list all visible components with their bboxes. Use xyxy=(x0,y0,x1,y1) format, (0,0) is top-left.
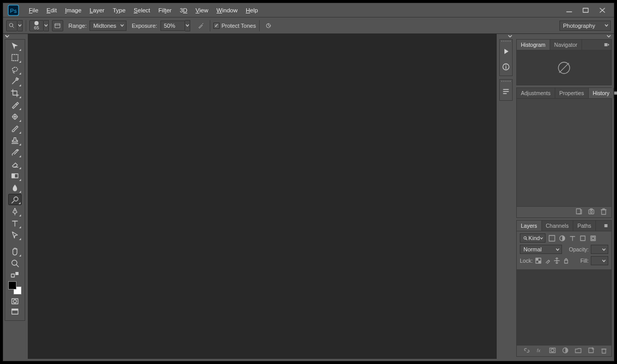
lasso-tool[interactable] xyxy=(8,64,22,75)
svg-point-37 xyxy=(505,65,506,66)
info-panel-icon[interactable] xyxy=(500,60,512,74)
layer-mask-icon[interactable] xyxy=(549,347,556,356)
layer-style-icon[interactable]: fx xyxy=(536,347,543,356)
tab-histogram[interactable]: Histogram xyxy=(517,40,550,50)
snapshot-icon[interactable] xyxy=(588,208,595,217)
menu-3d[interactable]: 3D xyxy=(176,3,192,17)
delete-layer-icon[interactable] xyxy=(601,347,607,356)
lock-all-icon[interactable] xyxy=(562,257,570,264)
svg-line-21 xyxy=(12,201,14,203)
opacity-label: Opacity: xyxy=(569,246,589,252)
paragraph-panel-icon[interactable] xyxy=(500,85,512,98)
history-panel-menu[interactable] xyxy=(614,88,617,98)
gradient-tool[interactable] xyxy=(8,170,22,181)
marquee-tool[interactable] xyxy=(8,52,22,63)
filter-pixel-icon[interactable] xyxy=(548,234,556,242)
pressure-toggle[interactable] xyxy=(263,20,274,31)
menu-layer[interactable]: Layer xyxy=(85,3,108,17)
brush-size-value: 65 xyxy=(34,25,39,30)
eyedropper-tool[interactable] xyxy=(8,99,22,111)
tool-preset-button[interactable] xyxy=(6,20,17,31)
lock-position-icon[interactable] xyxy=(553,257,560,264)
layers-panel-menu[interactable] xyxy=(602,221,611,231)
menu-file[interactable]: File xyxy=(25,3,43,17)
minimize-button[interactable] xyxy=(564,6,576,15)
link-layers-icon[interactable] xyxy=(523,347,530,356)
dock-group-2 xyxy=(499,79,513,101)
fg-color-swatch[interactable] xyxy=(8,281,16,289)
airbrush-toggle[interactable] xyxy=(195,20,207,31)
history-brush-tool[interactable] xyxy=(8,147,22,158)
tool-preset-dropdown[interactable] xyxy=(17,20,23,31)
range-value: Midtones xyxy=(93,23,116,29)
menu-select[interactable]: Select xyxy=(130,3,154,17)
menu-view[interactable]: View xyxy=(191,3,212,17)
range-select[interactable]: Midtones xyxy=(89,21,126,31)
blur-tool[interactable] xyxy=(8,182,22,193)
tab-navigator[interactable]: Navigator xyxy=(550,40,582,50)
layer-group-icon[interactable] xyxy=(575,347,582,356)
svg-point-51 xyxy=(590,211,592,213)
menu-help[interactable]: Help xyxy=(242,3,262,17)
tab-adjustments[interactable]: Adjustments xyxy=(517,88,555,98)
path-select-tool[interactable] xyxy=(8,229,22,241)
layers-list[interactable] xyxy=(517,269,611,345)
maximize-button[interactable] xyxy=(580,6,592,15)
panels-expand-handle[interactable] xyxy=(514,34,614,39)
menu-image[interactable]: Image xyxy=(61,3,85,17)
close-button[interactable] xyxy=(596,6,609,15)
delete-state-icon[interactable] xyxy=(600,208,607,217)
screenmode-toggle[interactable] xyxy=(9,307,21,316)
eraser-tool[interactable] xyxy=(8,158,22,170)
quick-select-tool[interactable] xyxy=(8,76,22,87)
exposure-input[interactable]: 50% xyxy=(160,21,185,31)
pen-tool[interactable] xyxy=(8,206,22,217)
menu-edit[interactable]: Edit xyxy=(43,3,61,17)
exposure-dropdown[interactable] xyxy=(185,20,190,31)
brush-preset-dropdown[interactable] xyxy=(44,20,49,31)
menu-type[interactable]: Type xyxy=(108,3,130,17)
zoom-tool[interactable] xyxy=(8,258,22,269)
layer-filter-kind[interactable]: Kind xyxy=(520,233,546,243)
menu-window[interactable]: Window xyxy=(212,3,242,17)
opacity-input[interactable] xyxy=(591,245,608,254)
lock-pixels-icon[interactable] xyxy=(544,257,551,264)
quickmask-toggle[interactable] xyxy=(9,297,21,306)
tab-layers[interactable]: Layers xyxy=(517,221,542,231)
move-tool[interactable] xyxy=(8,40,22,51)
dock-expand-handle[interactable] xyxy=(498,34,514,39)
hand-tool[interactable] xyxy=(8,246,22,257)
adjustment-layer-icon[interactable] xyxy=(562,347,569,356)
healing-tool[interactable] xyxy=(8,111,22,122)
blend-mode-select[interactable]: Normal xyxy=(520,245,562,254)
toolbox-expand-handle[interactable] xyxy=(3,34,27,39)
filter-adjust-icon[interactable] xyxy=(558,234,566,242)
tab-history[interactable]: History xyxy=(589,88,614,98)
histogram-panel-menu[interactable] xyxy=(602,40,611,50)
tab-channels[interactable]: Channels xyxy=(542,221,573,231)
protect-tones-checkbox[interactable] xyxy=(213,23,220,29)
type-tool[interactable] xyxy=(8,217,22,229)
fill-input[interactable] xyxy=(591,256,608,265)
actions-panel-icon[interactable] xyxy=(500,45,512,58)
history-list[interactable] xyxy=(517,98,611,206)
new-document-from-state-icon[interactable] xyxy=(575,208,583,217)
tab-paths[interactable]: Paths xyxy=(573,221,596,231)
stamp-tool[interactable] xyxy=(8,135,22,146)
swap-colors-icon[interactable] xyxy=(9,270,21,279)
brush-panel-toggle[interactable] xyxy=(52,20,63,31)
filter-type-icon[interactable] xyxy=(568,234,576,242)
tab-properties[interactable]: Properties xyxy=(555,88,589,98)
brush-preset-button[interactable]: 65 xyxy=(29,20,44,31)
new-layer-icon[interactable] xyxy=(588,347,594,356)
workspace-switcher[interactable]: Photography xyxy=(559,21,611,31)
filter-shape-icon[interactable] xyxy=(578,234,587,242)
dodge-tool[interactable] xyxy=(8,194,22,205)
lock-transparency-icon[interactable] xyxy=(535,257,542,264)
crop-tool[interactable] xyxy=(8,87,22,99)
brush-tool[interactable] xyxy=(8,123,22,134)
color-swatches[interactable] xyxy=(8,281,22,295)
filter-smart-icon[interactable] xyxy=(589,234,597,242)
menu-filter[interactable]: Filter xyxy=(154,3,176,17)
canvas-area[interactable] xyxy=(28,34,497,359)
